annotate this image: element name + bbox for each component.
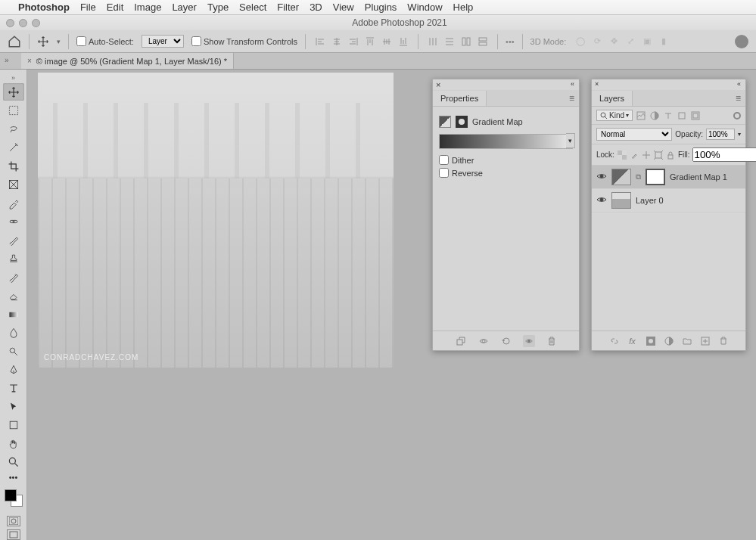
fill-input[interactable]	[692, 147, 756, 162]
opacity-input[interactable]	[706, 129, 735, 140]
screenmode-icon[interactable]	[7, 529, 20, 540]
move-tool[interactable]	[3, 83, 24, 101]
3d-pan-icon[interactable]: ✥	[607, 35, 621, 48]
panel-collapse-icon[interactable]: «	[571, 80, 574, 88]
3d-slide-icon[interactable]: ⤢	[624, 35, 637, 48]
filter-type-icon[interactable]	[663, 110, 674, 121]
zoom-tool[interactable]	[3, 454, 24, 471]
mask-link-icon[interactable]: ⧉	[636, 172, 641, 182]
layers-tab[interactable]: Layers	[592, 91, 633, 106]
lock-position-icon[interactable]	[642, 151, 651, 160]
document-canvas[interactable]: CONRADCHAVEZ.COM	[38, 73, 394, 368]
window-zoom-button[interactable]	[32, 19, 40, 27]
window-minimize-button[interactable]	[19, 19, 27, 27]
menu-edit[interactable]: Edit	[107, 2, 123, 13]
new-adjustment-icon[interactable]	[664, 336, 674, 346]
reverse-checkbox[interactable]: Reverse	[439, 168, 573, 178]
auto-select-target[interactable]: Layer	[142, 35, 184, 48]
canvas-area[interactable]: CONRADCHAVEZ.COM × « Properties ≡ Gradie…	[27, 70, 756, 540]
hand-tool[interactable]	[3, 435, 24, 452]
filter-smart-icon[interactable]	[690, 110, 701, 121]
lock-pixels-icon[interactable]	[630, 151, 639, 160]
tabbar-expand-icon[interactable]: »	[5, 53, 9, 64]
new-layer-icon[interactable]	[700, 336, 711, 346]
pen-tool[interactable]	[3, 361, 24, 378]
menu-help[interactable]: Help	[453, 2, 474, 13]
panel-close-icon[interactable]: ×	[436, 80, 440, 89]
align-right-icon[interactable]	[347, 35, 360, 48]
dither-checkbox[interactable]: Dither	[439, 155, 573, 165]
align-middle-icon[interactable]	[380, 35, 394, 48]
layer-row[interactable]: ⧉ Gradient Map 1	[592, 166, 745, 189]
lasso-tool[interactable]	[3, 120, 24, 138]
align-top-icon[interactable]	[363, 35, 377, 48]
window-close-button[interactable]	[6, 19, 14, 27]
menu-file[interactable]: File	[80, 2, 96, 13]
layer-name[interactable]: Layer 0	[636, 196, 664, 205]
menu-layer[interactable]: Layer	[172, 2, 197, 13]
opacity-dropdown-icon[interactable]: ▾	[738, 131, 741, 138]
menu-image[interactable]: Image	[134, 2, 161, 13]
show-transform-input[interactable]	[191, 36, 201, 46]
menu-plugins[interactable]: Plugins	[365, 2, 397, 13]
3d-orbit-icon[interactable]: ◯	[574, 35, 587, 48]
3d-zoom-icon[interactable]: ▣	[640, 35, 654, 48]
3d-camera-icon[interactable]: ▮	[657, 35, 670, 48]
adjustment-thumb-icon[interactable]	[611, 169, 631, 185]
mask-thumb-icon[interactable]	[646, 169, 665, 185]
3d-roll-icon[interactable]: ⟳	[590, 35, 604, 48]
layer-mask-icon[interactable]	[456, 116, 468, 128]
clip-to-layer-icon[interactable]	[455, 335, 467, 347]
delete-adjustment-icon[interactable]	[546, 335, 558, 347]
dither-input[interactable]	[439, 155, 449, 165]
visibility-icon[interactable]	[596, 171, 607, 183]
blur-tool[interactable]	[3, 324, 24, 341]
quickmask-icon[interactable]	[7, 516, 20, 526]
align-center-h-icon[interactable]	[330, 35, 344, 48]
reset-icon[interactable]	[500, 335, 512, 347]
gradient-preview[interactable]	[439, 134, 573, 149]
eraser-tool[interactable]	[3, 287, 24, 304]
history-brush-tool[interactable]	[3, 268, 24, 286]
menu-type[interactable]: Type	[207, 2, 229, 13]
menu-window[interactable]: Window	[407, 2, 442, 13]
add-mask-icon[interactable]	[646, 336, 656, 346]
align-bottom-icon[interactable]	[397, 35, 410, 48]
edit-toolbar-icon[interactable]: •••	[3, 472, 24, 483]
delete-layer-icon[interactable]	[718, 336, 729, 346]
auto-select-input[interactable]	[76, 36, 86, 46]
new-group-icon[interactable]	[682, 336, 692, 346]
close-tab-icon[interactable]: ×	[27, 57, 32, 65]
distribute-h-icon[interactable]	[426, 35, 440, 48]
menu-view[interactable]: View	[333, 2, 354, 13]
visibility-icon[interactable]	[596, 194, 607, 206]
heal-tool[interactable]	[3, 213, 24, 230]
crop-tool[interactable]	[3, 157, 24, 175]
foreground-color-swatch[interactable]	[5, 489, 17, 501]
filter-adjustment-icon[interactable]	[649, 110, 660, 121]
path-select-tool[interactable]	[3, 398, 24, 415]
distribute-4-icon[interactable]	[476, 35, 490, 48]
panel-collapse-icon[interactable]: «	[737, 80, 741, 88]
distribute-3-icon[interactable]	[459, 35, 473, 48]
link-layers-icon[interactable]	[609, 336, 620, 346]
stamp-tool[interactable]	[3, 250, 24, 267]
panel-menu-icon[interactable]: ≡	[736, 93, 741, 104]
auto-select-checkbox[interactable]: Auto-Select:	[76, 36, 134, 46]
document-tab[interactable]: × © image @ 50% (Gradient Map 1, Layer M…	[21, 53, 234, 69]
layer-row[interactable]: Layer 0	[592, 189, 745, 213]
frame-tool[interactable]	[3, 175, 24, 193]
blend-mode-select[interactable]: Normal	[596, 128, 672, 141]
filter-kind-dropdown[interactable]: Kind ▾	[596, 110, 633, 121]
shape-tool[interactable]	[3, 417, 24, 434]
lock-transparency-icon[interactable]	[618, 151, 627, 160]
lock-artboard-icon[interactable]	[654, 151, 663, 160]
toolbox-collapse-icon[interactable]: »	[11, 73, 15, 83]
menu-select[interactable]: Select	[239, 2, 266, 13]
tool-preset-dropdown-icon[interactable]: ▾	[57, 38, 61, 45]
more-align-icon[interactable]: •••	[506, 37, 515, 46]
lock-all-icon[interactable]	[666, 151, 675, 160]
marquee-tool[interactable]	[3, 101, 24, 119]
account-icon[interactable]	[735, 35, 748, 48]
type-tool[interactable]	[3, 380, 24, 397]
